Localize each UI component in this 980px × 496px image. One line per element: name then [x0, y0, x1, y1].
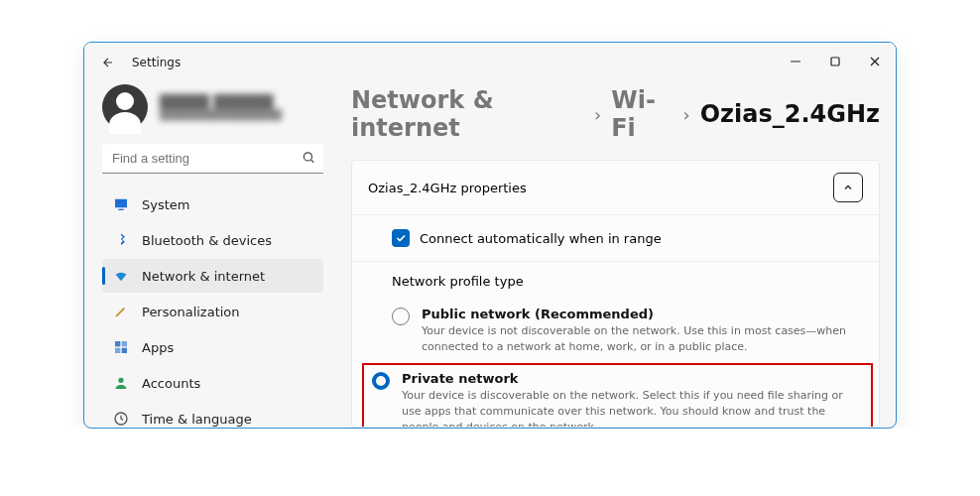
- panel-title: Ozias_2.4GHz properties: [368, 181, 527, 195]
- person-icon: [112, 374, 130, 392]
- main-content: Network & internet › Wi-Fi › Ozias_2.4GH…: [337, 82, 896, 428]
- public-description: Your device is not discoverable on the n…: [422, 323, 863, 355]
- settings-window: Settings █████ ██████ ████████████████: [83, 42, 897, 429]
- svg-rect-11: [122, 348, 127, 353]
- auto-connect-label: Connect automatically when in range: [420, 231, 662, 246]
- svg-rect-7: [118, 209, 123, 210]
- titlebar: Settings: [84, 43, 896, 82]
- profile-name: █████ ██████: [160, 94, 282, 109]
- sidebar-item-label: Network & internet: [142, 269, 265, 284]
- svg-point-4: [304, 153, 311, 161]
- bluetooth-icon: [112, 231, 130, 249]
- svg-rect-10: [115, 348, 120, 353]
- back-button[interactable]: [96, 51, 120, 74]
- sidebar-item-label: Apps: [142, 340, 174, 355]
- svg-rect-6: [115, 199, 127, 208]
- search-box: [102, 144, 323, 174]
- sidebar-item-accounts[interactable]: Accounts: [102, 366, 323, 400]
- public-network-option[interactable]: Public network (Recommended) Your device…: [392, 301, 863, 361]
- profile-email: ████████████████: [160, 109, 282, 120]
- private-network-option[interactable]: Private network Your device is discovera…: [362, 363, 873, 428]
- sidebar-item-label: Personalization: [142, 305, 240, 319]
- properties-panel: Ozias_2.4GHz properties Connect automati…: [351, 160, 880, 428]
- minimize-button[interactable]: [787, 56, 804, 70]
- close-button[interactable]: [866, 56, 884, 70]
- collapse-button[interactable]: [833, 173, 863, 202]
- clock-icon: [112, 410, 130, 428]
- apps-icon: [112, 338, 130, 356]
- public-title: Public network (Recommended): [422, 307, 863, 321]
- sidebar-item-bluetooth[interactable]: Bluetooth & devices: [102, 223, 323, 257]
- breadcrumb: Network & internet › Wi-Fi › Ozias_2.4GH…: [351, 86, 880, 142]
- breadcrumb-network[interactable]: Network & internet: [351, 86, 584, 142]
- profile-type-label: Network profile type: [392, 274, 863, 289]
- svg-line-5: [311, 160, 314, 163]
- svg-rect-9: [122, 341, 127, 346]
- user-profile[interactable]: █████ ██████ ████████████████: [102, 84, 323, 130]
- window-title: Settings: [132, 56, 181, 69]
- sidebar-item-personalization[interactable]: Personalization: [102, 295, 323, 328]
- sidebar-item-label: System: [142, 197, 189, 212]
- brush-icon: [112, 303, 130, 320]
- profile-type-section: Network profile type Public network (Rec…: [352, 262, 879, 428]
- window-controls: [787, 56, 884, 70]
- sidebar-item-time-language[interactable]: Time & language: [102, 402, 323, 429]
- search-icon: [302, 151, 315, 168]
- private-description: Your device is discoverable on the netwo…: [402, 388, 863, 428]
- radio-public[interactable]: [392, 308, 410, 325]
- search-input[interactable]: [102, 144, 323, 174]
- maximize-button[interactable]: [826, 56, 844, 70]
- sidebar-item-label: Bluetooth & devices: [142, 233, 272, 248]
- private-title: Private network: [402, 371, 863, 386]
- chevron-right-icon: ›: [682, 104, 689, 125]
- display-icon: [112, 195, 130, 213]
- auto-connect-row[interactable]: Connect automatically when in range: [352, 215, 879, 261]
- sidebar-item-system[interactable]: System: [102, 187, 323, 221]
- sidebar-item-network[interactable]: Network & internet: [102, 259, 323, 293]
- auto-connect-checkbox[interactable]: [392, 229, 410, 247]
- avatar: [102, 84, 148, 130]
- sidebar-item-label: Time & language: [142, 412, 252, 427]
- sidebar-nav: System Bluetooth & devices Network & int…: [102, 187, 323, 429]
- svg-rect-8: [115, 341, 120, 346]
- svg-rect-1: [831, 58, 839, 65]
- sidebar-item-apps[interactable]: Apps: [102, 330, 323, 364]
- breadcrumb-current: Ozias_2.4GHz: [700, 100, 880, 128]
- chevron-right-icon: ›: [594, 104, 601, 125]
- breadcrumb-wifi[interactable]: Wi-Fi: [611, 86, 673, 142]
- sidebar-item-label: Accounts: [142, 376, 200, 391]
- radio-private[interactable]: [372, 372, 390, 390]
- sidebar: █████ ██████ ████████████████ System: [84, 82, 337, 428]
- panel-header[interactable]: Ozias_2.4GHz properties: [352, 161, 879, 214]
- wifi-icon: [112, 267, 130, 285]
- svg-point-12: [118, 378, 123, 383]
